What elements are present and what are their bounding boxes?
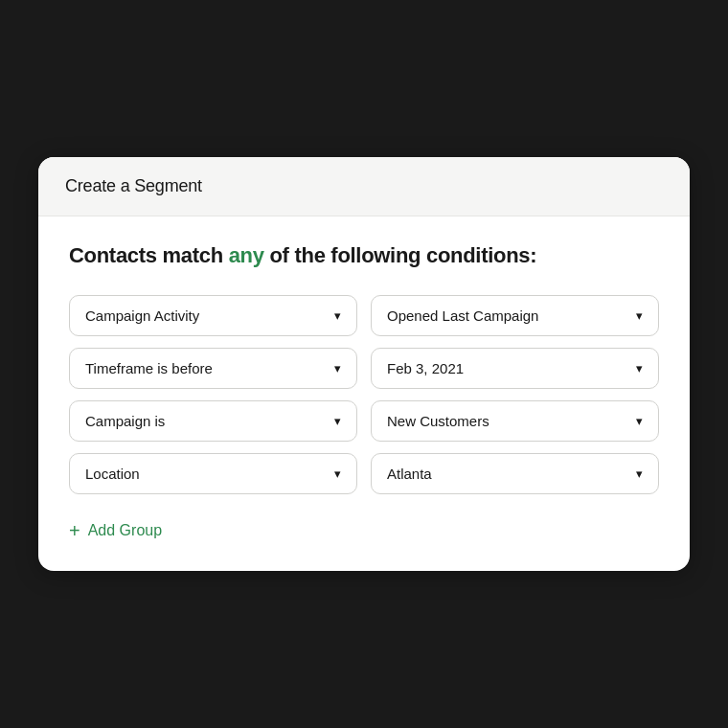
atlanta-dropdown[interactable]: Atlanta ▾ — [371, 453, 659, 494]
add-group-button[interactable]: + Add Group — [69, 521, 162, 540]
conditions-suffix: of the following conditions: — [264, 243, 537, 267]
card-title: Create a Segment — [65, 176, 202, 195]
condition-row-1: Campaign Activity ▾ Opened Last Campaign… — [69, 295, 659, 336]
conditions-grid: Campaign Activity ▾ Opened Last Campaign… — [69, 295, 659, 494]
campaign-is-dropdown[interactable]: Campaign is ▾ — [69, 400, 357, 442]
date-chevron-icon: ▾ — [636, 361, 643, 375]
location-label: Location — [85, 466, 140, 482]
condition-row-3: Campaign is ▾ New Customers ▾ — [69, 400, 659, 442]
date-label: Feb 3, 2021 — [387, 360, 464, 376]
new-customers-chevron-icon: ▾ — [636, 414, 643, 428]
opened-last-campaign-label: Opened Last Campaign — [387, 307, 538, 324]
date-dropdown[interactable]: Feb 3, 2021 ▾ — [371, 348, 659, 389]
location-chevron-icon: ▾ — [334, 466, 341, 481]
conditions-any: any — [229, 243, 264, 267]
timeframe-dropdown[interactable]: Timeframe is before ▾ — [69, 348, 357, 389]
conditions-header: Contacts match any of the following cond… — [69, 243, 659, 268]
new-customers-dropdown[interactable]: New Customers ▾ — [371, 400, 659, 442]
campaign-activity-dropdown[interactable]: Campaign Activity ▾ — [69, 295, 357, 336]
opened-last-campaign-dropdown[interactable]: Opened Last Campaign ▾ — [371, 295, 659, 336]
campaign-activity-label: Campaign Activity — [85, 307, 199, 324]
segment-card: Create a Segment Contacts match any of t… — [38, 157, 690, 571]
add-group-plus-icon: + — [69, 521, 80, 540]
timeframe-label: Timeframe is before — [85, 360, 213, 376]
campaign-activity-chevron-icon: ▾ — [334, 308, 341, 323]
atlanta-chevron-icon: ▾ — [636, 466, 643, 481]
card-body: Contacts match any of the following cond… — [38, 216, 690, 571]
campaign-is-chevron-icon: ▾ — [334, 414, 341, 428]
atlanta-label: Atlanta — [387, 466, 432, 482]
opened-last-campaign-chevron-icon: ▾ — [636, 308, 643, 323]
condition-row-2: Timeframe is before ▾ Feb 3, 2021 ▾ — [69, 348, 659, 389]
condition-row-4: Location ▾ Atlanta ▾ — [69, 453, 659, 494]
new-customers-label: New Customers — [387, 413, 489, 429]
conditions-prefix: Contacts match — [69, 243, 229, 267]
location-dropdown[interactable]: Location ▾ — [69, 453, 357, 494]
card-header: Create a Segment — [38, 157, 690, 216]
add-group-label: Add Group — [88, 522, 162, 539]
campaign-is-label: Campaign is — [85, 413, 165, 429]
timeframe-chevron-icon: ▾ — [334, 361, 341, 375]
